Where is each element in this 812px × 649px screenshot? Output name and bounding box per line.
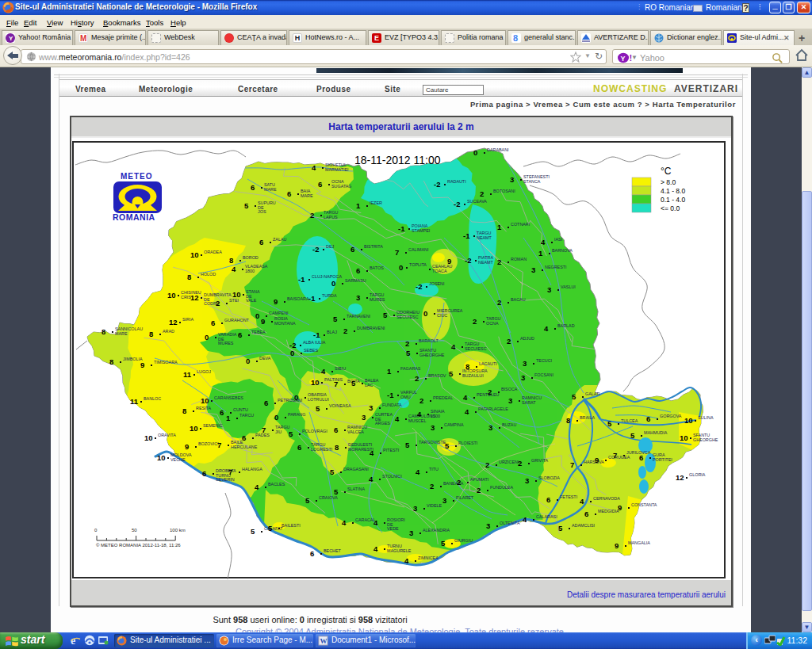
svg-text:5: 5	[305, 496, 310, 505]
svg-text:2: 2	[518, 459, 522, 468]
svg-text:2: 2	[343, 326, 347, 335]
svg-text:10: 10	[232, 290, 241, 299]
svg-text:JIU: JIU	[275, 429, 282, 434]
svg-text:0: 0	[290, 349, 294, 357]
svg-text:ZALAU: ZALAU	[273, 237, 286, 242]
svg-text:ALEXANDRIA: ALEXANDRIA	[423, 528, 450, 533]
svg-text:5: 5	[445, 441, 450, 450]
svg-text:NEAMT: NEAMT	[478, 260, 494, 265]
svg-text:PARANG: PARANG	[288, 412, 305, 417]
svg-text:JOS: JOS	[258, 209, 266, 214]
svg-text:10: 10	[311, 378, 320, 387]
svg-text:9: 9	[615, 541, 619, 550]
svg-text:9: 9	[185, 442, 189, 451]
svg-text:FETESTI: FETESTI	[560, 494, 577, 499]
svg-text:8: 8	[229, 256, 233, 265]
svg-text:PREDEAL: PREDEAL	[433, 395, 453, 400]
svg-text:6: 6	[202, 469, 206, 478]
svg-text:10: 10	[680, 433, 688, 442]
svg-text:VEDE: VEDE	[387, 526, 399, 531]
svg-text:FUNDATA: FUNDATA	[382, 403, 402, 407]
svg-text:5: 5	[558, 524, 563, 533]
svg-text:4: 4	[465, 407, 469, 416]
svg-text:BOTOSANI: BOTOSANI	[493, 189, 515, 193]
svg-text:100 km: 100 km	[170, 528, 186, 533]
svg-text:BAISOARA: BAISOARA	[287, 296, 309, 301]
svg-text:LUGOJ: LUGOJ	[197, 369, 211, 374]
svg-text:BUZAULUI: BUZAULUI	[462, 373, 484, 378]
svg-text:DEVA: DEVA	[259, 356, 271, 361]
svg-text:GIURGIU: GIURGIU	[454, 538, 473, 543]
svg-text:GLORIA: GLORIA	[689, 472, 706, 477]
svg-text:MARE: MARE	[264, 187, 277, 192]
svg-text:CARANSEBES: CARANSEBES	[214, 395, 243, 400]
svg-text:NEAMT: NEAMT	[477, 235, 492, 240]
svg-text:6: 6	[220, 408, 224, 417]
svg-text:IASI: IASI	[554, 237, 562, 242]
svg-text:6: 6	[646, 414, 650, 423]
svg-text:Y: Y	[621, 55, 626, 63]
svg-text:4: 4	[342, 518, 347, 527]
svg-text:TULCEA: TULCEA	[621, 418, 638, 423]
svg-text:-1: -1	[308, 294, 316, 303]
svg-text:-2: -2	[312, 245, 319, 254]
svg-text:3: 3	[508, 396, 512, 405]
svg-text:VOINEASA: VOINEASA	[329, 403, 351, 408]
svg-text:2: 2	[477, 486, 481, 494]
svg-text:HOLOD: HOLOD	[201, 272, 216, 277]
svg-text:1: 1	[226, 414, 231, 422]
svg-text:MANGALIA: MANGALIA	[628, 540, 650, 545]
svg-text:12: 12	[676, 473, 684, 482]
svg-text:TARNAVENI: TARNAVENI	[347, 314, 370, 319]
svg-text:TARCU: TARCU	[239, 413, 254, 418]
svg-text:TOPLITA: TOPLITA	[409, 262, 427, 267]
svg-text:LACAUTI: LACAUTI	[479, 361, 497, 366]
svg-text:<= 0.0: <= 0.0	[661, 204, 680, 212]
svg-text:BANLOC: BANLOC	[144, 396, 161, 401]
svg-text:ADJUD: ADJUD	[520, 336, 534, 341]
svg-text:5: 5	[607, 419, 612, 428]
svg-text:ORADEA: ORADEA	[204, 250, 222, 254]
svg-text:-1: -1	[398, 224, 405, 233]
svg-text:-2: -2	[434, 180, 440, 189]
svg-text:DRAGASANI: DRAGASANI	[343, 467, 369, 471]
svg-text:4: 4	[312, 163, 316, 172]
svg-text:MAGURELE: MAGURELE	[387, 548, 412, 553]
svg-text:ARGES: ARGES	[375, 421, 390, 426]
svg-text:8: 8	[109, 357, 113, 366]
svg-text:BARAOLT: BARAOLT	[419, 338, 439, 343]
svg-text:3: 3	[525, 476, 529, 485]
svg-text:1800: 1800	[245, 269, 255, 273]
svg-text:BISOCA: BISOCA	[501, 387, 518, 391]
svg-text:8: 8	[566, 416, 570, 425]
svg-text:FAGARAS: FAGARAS	[400, 366, 421, 371]
svg-text:4: 4	[373, 544, 378, 553]
svg-text:4: 4	[373, 518, 378, 527]
svg-text:TOACA: TOACA	[432, 269, 447, 273]
svg-text:3: 3	[486, 521, 490, 530]
svg-text:8: 8	[182, 407, 186, 415]
svg-text:9: 9	[618, 503, 622, 512]
svg-text:4: 4	[463, 393, 468, 402]
svg-text:9: 9	[447, 257, 451, 265]
svg-text:ALBA IULIA: ALBA IULIA	[303, 340, 326, 345]
svg-text:6: 6	[639, 453, 643, 462]
svg-text:SIRIA: SIRIA	[182, 317, 193, 322]
svg-text:8: 8	[335, 443, 339, 452]
svg-text:OCNA: OCNA	[486, 321, 499, 326]
svg-text:5: 5	[406, 349, 411, 357]
svg-text:6: 6	[238, 330, 242, 339]
svg-text:3: 3	[362, 413, 366, 422]
svg-text:2: 2	[497, 298, 501, 307]
svg-text:5: 5	[289, 429, 293, 438]
svg-text:PATARLAGELE: PATARLAGELE	[478, 407, 508, 411]
svg-text:GRIVITA: GRIVITA	[531, 458, 549, 463]
svg-text:TEBEA: TEBEA	[251, 330, 266, 334]
svg-text:1: 1	[356, 201, 361, 210]
svg-text:8: 8	[149, 330, 153, 338]
svg-text:LOGRESTI: LOGRESTI	[311, 447, 332, 452]
svg-text:2: 2	[430, 482, 434, 491]
svg-text:-2: -2	[454, 200, 460, 208]
svg-text:9: 9	[274, 297, 278, 306]
svg-text:DUMBRAVENI: DUMBRAVENI	[357, 326, 385, 330]
